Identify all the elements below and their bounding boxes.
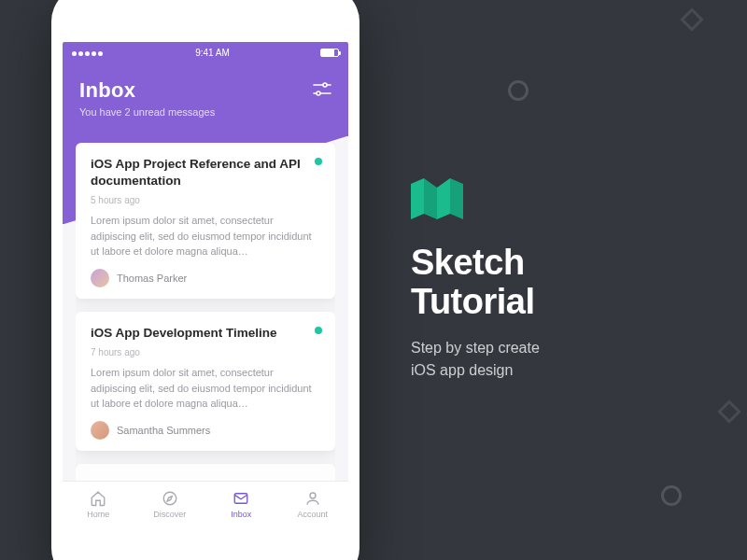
status-time: 9:41 AM [195, 48, 230, 58]
inbox-icon [233, 490, 249, 507]
message-card[interactable]: iOS App Project Reference and API docume… [76, 143, 335, 299]
message-preview: Lorem ipsum dolor sit amet, consectetur … [91, 365, 320, 412]
svg-point-1 [323, 83, 327, 87]
avatar [91, 421, 109, 440]
svg-marker-9 [437, 178, 450, 219]
message-author: Samantha Summers [91, 421, 320, 440]
svg-point-3 [317, 91, 320, 95]
avatar [91, 269, 109, 287]
message-time: 7 hours ago [91, 347, 320, 357]
page-subtitle: You have 2 unread messages [79, 106, 331, 118]
message-card[interactable]: iOS App Development Timeline 7 hours ago… [76, 312, 335, 451]
promo-subtitle: Step by step create iOS app design [411, 337, 710, 382]
message-list[interactable]: iOS App Project Reference and API docume… [76, 143, 335, 481]
unread-badge [315, 327, 322, 334]
promo-panel: Sketch Tutorial Step by step create iOS … [411, 0, 710, 560]
tab-label: Account [297, 510, 328, 519]
author-name: Thomas Parker [117, 273, 187, 284]
svg-marker-7 [411, 178, 424, 219]
message-preview: Lorem ipsum dolor sit amet, consectetur … [91, 213, 320, 259]
battery-icon [320, 49, 339, 57]
tab-account[interactable]: Account [277, 482, 349, 527]
tab-label: Inbox [231, 510, 251, 519]
phone-frame: 9:41 AM Inbox You have 2 unread messages [51, 0, 359, 560]
tab-home[interactable]: Home [63, 482, 134, 527]
tab-inbox[interactable]: Inbox [205, 482, 277, 527]
tab-bar: Home Discover Inbox Account [63, 481, 348, 527]
unread-badge [315, 158, 322, 165]
svg-point-4 [163, 492, 176, 505]
filter-icon[interactable] [313, 82, 331, 97]
message-time: 5 hours ago [91, 195, 320, 205]
phone-screen: 9:41 AM Inbox You have 2 unread messages [63, 42, 348, 527]
signal-dots-icon [72, 48, 105, 58]
compass-icon [162, 490, 178, 507]
message-card[interactable]: Result of API Review [76, 464, 335, 481]
page-title: Inbox [79, 78, 331, 103]
promo-title: Sketch Tutorial [411, 244, 710, 322]
message-title: iOS App Development Timeline [91, 325, 320, 342]
tab-discover[interactable]: Discover [134, 482, 206, 527]
svg-marker-8 [424, 178, 437, 219]
account-icon [304, 490, 321, 507]
author-name: Samantha Summers [117, 425, 210, 436]
medium-logo-icon [411, 178, 463, 219]
tab-label: Discover [153, 510, 186, 519]
tab-label: Home [87, 510, 109, 519]
status-bar: 9:41 AM [63, 42, 348, 58]
svg-point-6 [310, 493, 316, 498]
message-title: iOS App Project Reference and API docume… [91, 156, 320, 189]
message-author: Thomas Parker [91, 269, 320, 287]
home-icon [90, 490, 106, 507]
svg-marker-10 [450, 178, 463, 219]
